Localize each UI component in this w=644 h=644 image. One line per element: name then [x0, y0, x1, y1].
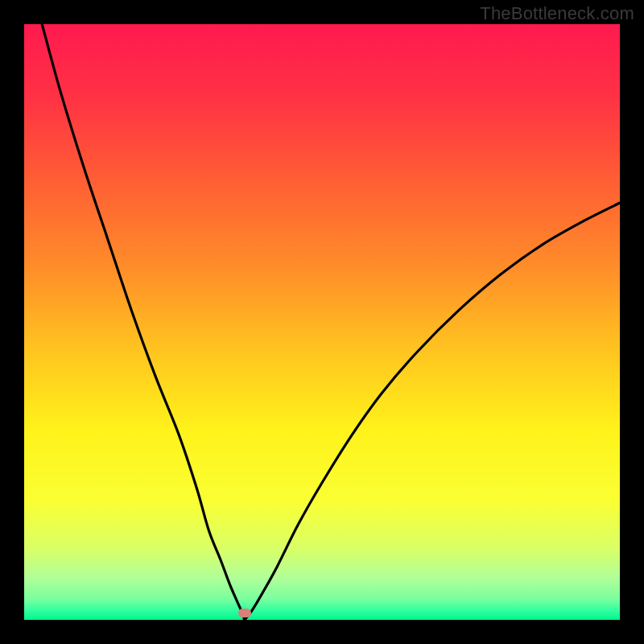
- bottleneck-curve: [24, 24, 620, 620]
- attribution-text: TheBottleneck.com: [480, 3, 634, 24]
- optimal-marker: [238, 609, 251, 617]
- plot-area: [24, 24, 620, 620]
- chart-frame: TheBottleneck.com: [0, 0, 644, 644]
